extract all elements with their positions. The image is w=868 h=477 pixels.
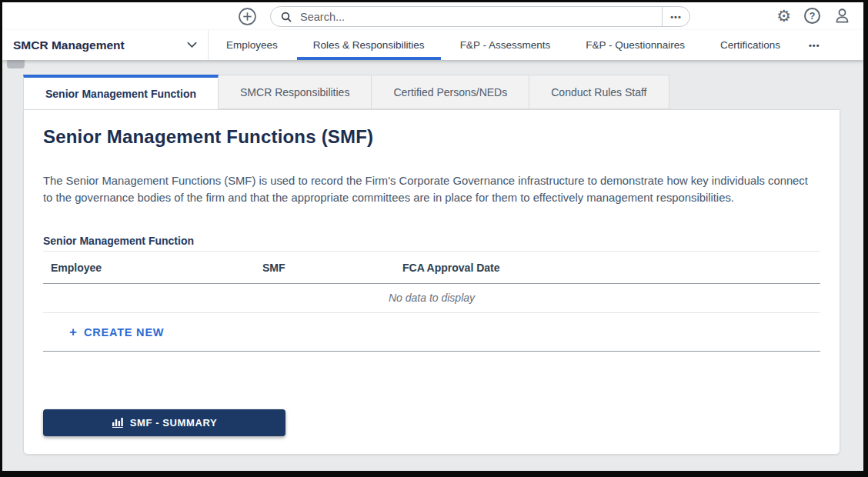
search-icon xyxy=(280,11,292,23)
nav-item-roles-responsibilities[interactable]: Roles & Responsibilities xyxy=(295,30,442,60)
app-window: ••• ⚙ ? SMCR Management xyxy=(0,0,868,477)
table-header-row: Employee SMF FCA Approval Date xyxy=(43,252,820,284)
create-new-label: CREATE NEW xyxy=(84,326,164,339)
help-button[interactable]: ? xyxy=(804,8,820,24)
page-title: Senior Management Functions (SMF) xyxy=(43,110,820,148)
nav-menu: Employees Roles & Responsibilities F&P -… xyxy=(209,30,831,60)
tab-smcr-responsibilities[interactable]: SMCR Responsibilities xyxy=(219,75,372,109)
plus-icon: + xyxy=(69,325,77,340)
app-title: SMCR Management xyxy=(13,38,125,52)
user-profile-button[interactable] xyxy=(833,7,851,25)
app-navbar: SMCR Management Employees Roles & Respon… xyxy=(2,30,863,60)
smf-summary-button[interactable]: SMF - SUMMARY xyxy=(43,409,285,436)
tab-certified-persons-neds[interactable]: Certified Persons/NEDs xyxy=(372,75,529,109)
user-icon xyxy=(833,7,851,25)
nav-item-certifications[interactable]: Certifications xyxy=(703,30,798,60)
search-input[interactable] xyxy=(299,8,662,25)
tab-senior-management-function[interactable]: Senior Management Function xyxy=(23,75,219,109)
column-header-employee: Employee xyxy=(51,262,262,274)
global-search: ••• xyxy=(270,6,690,27)
nav-item-fp-assessments[interactable]: F&P - Assessments xyxy=(442,30,569,60)
add-button[interactable] xyxy=(238,7,257,26)
help-icon: ? xyxy=(804,8,820,24)
nav-overflow-button[interactable]: ••• xyxy=(798,30,831,60)
table-section-label: Senior Management Function xyxy=(43,235,820,247)
topbar-right-group: ⚙ ? xyxy=(776,7,851,25)
top-utility-bar: ••• ⚙ ? xyxy=(2,2,863,30)
page-description: The Senior Management Functions (SMF) is… xyxy=(43,173,820,207)
search-options-button[interactable]: ••• xyxy=(662,7,689,26)
table-empty-state: No data to display xyxy=(43,284,820,313)
chevron-down-icon xyxy=(187,42,197,48)
column-header-smf: SMF xyxy=(262,262,402,274)
smf-table: Employee SMF FCA Approval Date No data t… xyxy=(43,251,820,352)
smf-panel: Senior Management Functions (SMF) The Se… xyxy=(23,109,840,455)
nav-item-fp-questionnaires[interactable]: F&P - Questionnaires xyxy=(568,30,703,60)
settings-button[interactable]: ⚙ xyxy=(776,8,791,24)
gear-icon: ⚙ xyxy=(776,8,791,24)
tab-conduct-rules-staff[interactable]: Conduct Rules Staff xyxy=(529,75,669,109)
nav-item-employees[interactable]: Employees xyxy=(209,30,295,60)
table-footer-row: + CREATE NEW xyxy=(43,313,820,352)
content-area: Senior Management Function SMCR Responsi… xyxy=(2,60,863,455)
smf-summary-label: SMF - SUMMARY xyxy=(130,417,217,429)
bar-chart-icon xyxy=(112,417,124,428)
create-new-button[interactable]: + CREATE NEW xyxy=(69,325,164,340)
column-header-fca-approval-date: FCA Approval Date xyxy=(402,262,813,274)
plus-circle-icon xyxy=(238,7,257,26)
topbar-center-group: ••• xyxy=(238,6,690,27)
section-tabs: Senior Management Function SMCR Responsi… xyxy=(23,75,863,109)
app-switcher[interactable]: SMCR Management xyxy=(2,30,209,60)
